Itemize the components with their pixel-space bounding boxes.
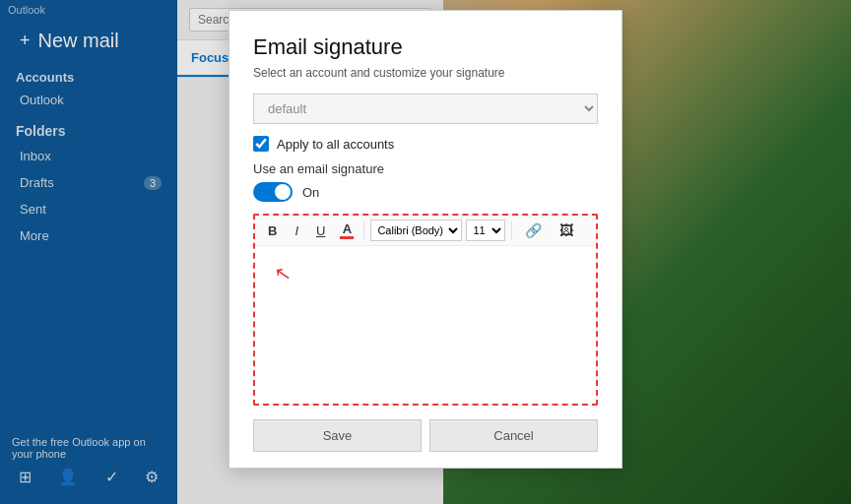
underline-button[interactable]: U bbox=[309, 220, 332, 241]
apply-all-checkbox[interactable] bbox=[253, 136, 269, 152]
dialog-footer: Save Cancel bbox=[253, 419, 598, 452]
link-button[interactable]: 🔗 bbox=[518, 220, 549, 241]
apply-all-row: Apply to all accounts bbox=[253, 136, 598, 152]
font-name-select[interactable]: Calibri (Body) bbox=[370, 220, 462, 241]
italic-button[interactable]: I bbox=[288, 220, 305, 241]
dialog-title: Email signature bbox=[253, 34, 598, 60]
signature-editor-body[interactable]: ↖ bbox=[255, 246, 596, 404]
apply-all-label: Apply to all accounts bbox=[277, 137, 394, 152]
font-color-letter: A bbox=[343, 222, 352, 235]
image-button[interactable]: 🖼 bbox=[553, 220, 580, 241]
signature-toggle[interactable] bbox=[253, 182, 293, 202]
bold-button[interactable]: B bbox=[261, 220, 284, 241]
editor-toolbar: B I U A Calibri (Body) 11 🔗 🖼 bbox=[255, 216, 596, 246]
account-dropdown[interactable]: default bbox=[253, 94, 598, 124]
font-color-bar bbox=[340, 236, 354, 239]
toolbar-divider bbox=[363, 221, 364, 239]
font-size-select[interactable]: 11 bbox=[466, 220, 505, 241]
email-signature-dialog: Email signature Select an account and cu… bbox=[229, 10, 622, 469]
font-color-button[interactable]: A bbox=[336, 220, 358, 241]
signature-editor-wrapper: B I U A Calibri (Body) 11 🔗 🖼 ↖ bbox=[253, 214, 598, 406]
toolbar-divider-2 bbox=[511, 221, 512, 239]
use-email-label: Use an email signature bbox=[253, 161, 598, 176]
cancel-button[interactable]: Cancel bbox=[429, 419, 598, 452]
cursor-icon: ↖ bbox=[273, 261, 294, 287]
save-button[interactable]: Save bbox=[253, 419, 422, 452]
dialog-overlay: Email signature Select an account and cu… bbox=[0, 0, 851, 504]
dialog-subtitle: Select an account and customize your sig… bbox=[253, 66, 598, 80]
toggle-row: On bbox=[253, 182, 598, 202]
toggle-on-label: On bbox=[302, 185, 319, 200]
